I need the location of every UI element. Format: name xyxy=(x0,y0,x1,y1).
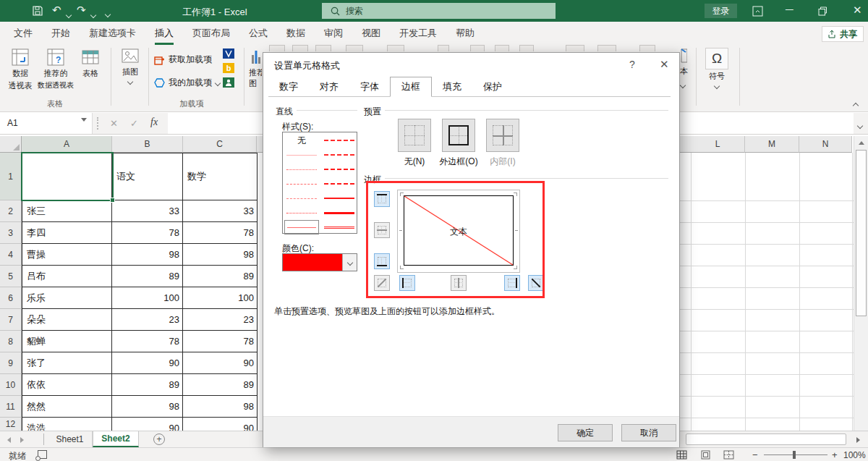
name-box-dropdown-icon[interactable] xyxy=(81,118,87,132)
menu-tab-developer[interactable]: 开发工具 xyxy=(390,22,446,45)
vertical-scrollbar[interactable] xyxy=(854,136,868,431)
table-cell[interactable]: 23 xyxy=(183,309,258,331)
horizontal-scrollbar-thumb[interactable] xyxy=(686,433,846,445)
border-middle-horizontal-button[interactable] xyxy=(374,222,390,238)
line-style-option[interactable] xyxy=(322,177,357,191)
row-header-11[interactable]: 11 xyxy=(0,396,22,418)
insert-function-icon[interactable]: fx xyxy=(150,117,158,128)
recommended-pivottables-button[interactable]: ? 推荐的 数据透视表 xyxy=(38,48,74,90)
cancel-button[interactable]: 取消 xyxy=(621,424,676,441)
table-cell[interactable]: 貂蝉 xyxy=(22,331,112,352)
row-header-4[interactable]: 4 xyxy=(0,244,22,266)
scrollbar-thumb[interactable] xyxy=(856,150,867,316)
row-header-6[interactable]: 6 xyxy=(0,287,22,309)
menu-tab-review[interactable]: 审阅 xyxy=(315,22,352,45)
column-header-a[interactable]: A xyxy=(22,136,112,153)
color-dropdown[interactable] xyxy=(282,253,357,271)
row-header-3[interactable]: 3 xyxy=(0,222,22,244)
next-sheet-icon[interactable] xyxy=(20,437,24,443)
table-cell[interactable]: 浩浩 xyxy=(22,418,112,431)
line-style-option-selected[interactable] xyxy=(284,220,319,234)
line-style-option[interactable] xyxy=(322,220,357,234)
undo-dropdown-icon[interactable] xyxy=(66,12,72,18)
border-diagonal-up-button[interactable] xyxy=(374,275,390,291)
save-icon[interactable] xyxy=(32,5,43,17)
row-header-8[interactable]: 8 xyxy=(0,331,22,352)
dialog-close-icon[interactable]: ✕ xyxy=(660,58,669,71)
quick-access-toolbar-dropdown-icon[interactable] xyxy=(105,12,111,17)
table-cell[interactable]: 89 xyxy=(183,374,258,396)
table-cell[interactable]: 98 xyxy=(183,244,258,266)
menu-tab-file[interactable]: 文件 xyxy=(4,22,42,45)
table-button[interactable]: 表格 xyxy=(77,48,104,79)
dialog-tab-fill[interactable]: 填充 xyxy=(432,78,472,97)
prev-sheet-icon[interactable] xyxy=(7,437,11,443)
line-style-option[interactable] xyxy=(284,177,319,191)
border-inner-vertical-button[interactable] xyxy=(451,275,467,291)
symbols-button[interactable]: Ω 符号 xyxy=(703,48,731,88)
line-style-option[interactable] xyxy=(322,162,357,177)
scroll-right-icon[interactable] xyxy=(856,437,860,443)
zoom-slider-track[interactable] xyxy=(764,454,827,455)
table-cell[interactable]: 90 xyxy=(112,418,183,431)
addin-visio-icon[interactable] xyxy=(223,48,234,59)
row-header-10[interactable]: 10 xyxy=(0,374,22,396)
get-addins-button[interactable]: 获取加载项 xyxy=(154,54,212,66)
table-cell[interactable]: 张了 xyxy=(22,352,112,374)
scroll-up-icon[interactable] xyxy=(859,141,864,145)
border-bottom-button[interactable] xyxy=(374,253,390,269)
table-cell[interactable]: 78 xyxy=(183,222,258,244)
undo-icon[interactable]: ↶ xyxy=(52,4,61,15)
table-cell[interactable]: 张三 xyxy=(22,200,112,222)
menu-tab-page-layout[interactable]: 页面布局 xyxy=(183,22,239,45)
table-cell[interactable]: 100 xyxy=(183,287,258,309)
menu-tab-help[interactable]: 帮助 xyxy=(446,22,484,45)
preset-inside-button[interactable] xyxy=(486,119,519,152)
line-style-option[interactable] xyxy=(322,206,357,220)
minimize-button[interactable]: ─ xyxy=(786,4,793,14)
record-macro-icon[interactable] xyxy=(38,450,47,459)
table-cell[interactable]: 吕布 xyxy=(22,266,112,287)
sheet-tab-sheet2[interactable]: Sheet2 xyxy=(93,431,139,447)
my-addins-button[interactable]: 我的加载项 xyxy=(154,77,220,89)
dialog-help-button[interactable]: ? xyxy=(629,59,635,70)
table-cell[interactable]: 89 xyxy=(112,266,183,287)
table-cell[interactable]: 23 xyxy=(112,309,183,331)
share-button[interactable]: 共享 xyxy=(822,26,864,42)
ribbon-display-options-icon[interactable] xyxy=(752,6,763,17)
table-cell[interactable]: 78 xyxy=(112,331,183,352)
new-sheet-button[interactable]: + xyxy=(153,433,165,445)
column-header-n[interactable]: N xyxy=(799,136,852,153)
row-header-12[interactable]: 12 xyxy=(0,418,22,431)
illustrations-button[interactable]: 插图 xyxy=(114,48,146,84)
zoom-out-icon[interactable]: − xyxy=(752,449,758,460)
line-style-option[interactable] xyxy=(322,191,357,206)
line-style-option[interactable] xyxy=(284,191,319,206)
line-style-option[interactable] xyxy=(322,133,357,148)
recommended-charts-button-clipped[interactable]: 推荐 图 xyxy=(249,48,262,107)
table-cell[interactable]: 语文 xyxy=(112,153,183,200)
table-cell[interactable]: 90 xyxy=(183,418,258,431)
redo-dropdown-icon[interactable] xyxy=(90,12,96,18)
table-cell[interactable]: 依依 xyxy=(22,374,112,396)
select-all-corner[interactable] xyxy=(0,136,22,153)
table-cell[interactable]: 78 xyxy=(112,222,183,244)
table-cell[interactable]: 乐乐 xyxy=(22,287,112,309)
column-header-m[interactable]: M xyxy=(745,136,799,153)
table-cell[interactable]: 33 xyxy=(183,200,258,222)
table-cell[interactable]: 然然 xyxy=(22,396,112,418)
cell-a1-selected[interactable] xyxy=(22,153,112,200)
column-header-l[interactable]: L xyxy=(691,136,745,153)
dialog-tab-protection[interactable]: 保护 xyxy=(472,78,513,97)
name-box[interactable]: A1 xyxy=(0,113,93,134)
row-header-9[interactable]: 9 xyxy=(0,352,22,374)
collapse-ribbon-icon[interactable] xyxy=(854,100,858,110)
menu-tab-home[interactable]: 开始 xyxy=(42,22,80,45)
line-style-option[interactable] xyxy=(284,148,319,162)
expand-formula-bar-icon[interactable] xyxy=(857,123,863,129)
preset-outline-button[interactable] xyxy=(442,119,475,152)
ok-button[interactable]: 确定 xyxy=(558,424,613,441)
column-header-c[interactable]: C xyxy=(183,136,257,153)
table-cell[interactable]: 78 xyxy=(183,331,258,352)
cancel-entry-icon[interactable]: ✕ xyxy=(110,118,118,129)
